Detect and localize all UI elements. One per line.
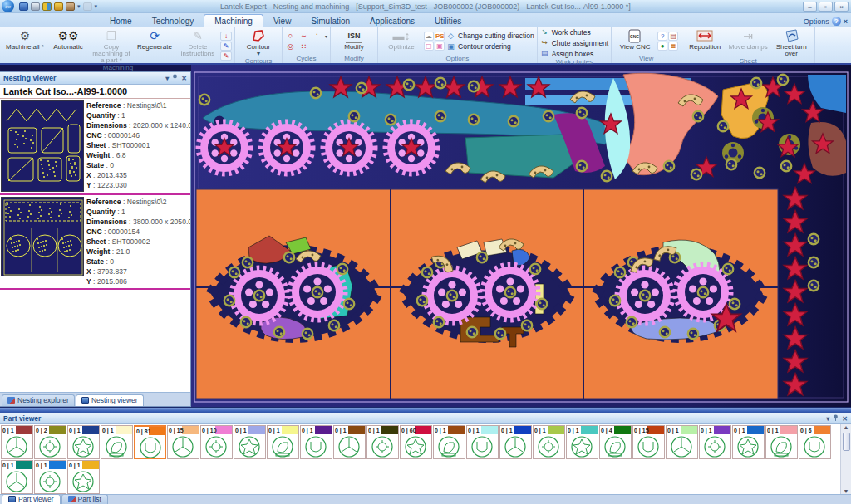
- reposition-button[interactable]: Reposition: [684, 27, 726, 57]
- red-pen-icon[interactable]: ✎: [220, 51, 232, 61]
- table-icon[interactable]: ▤: [668, 32, 678, 41]
- nesting-canvas[interactable]: [191, 65, 851, 407]
- automatic-button[interactable]: ⚙⚙ Automatic: [47, 27, 89, 64]
- part-tile[interactable]: 0 | 1: [699, 425, 731, 459]
- assign-boxes-button[interactable]: ▤ Assign boxes: [540, 49, 609, 58]
- tab-home[interactable]: Home: [100, 15, 142, 27]
- part-tile[interactable]: 0 | 1: [67, 460, 100, 494]
- pv-menu-icon[interactable]: ▾: [826, 415, 829, 423]
- part-tile[interactable]: 0 | 15: [167, 425, 199, 459]
- part-tile[interactable]: 0 | 1: [267, 425, 299, 459]
- minimize-button[interactable]: –: [803, 2, 817, 12]
- arrow-tool-icon[interactable]: ↓: [220, 32, 232, 41]
- cycle-points-icon[interactable]: ∴: [312, 32, 322, 41]
- horizontal-splitter[interactable]: [0, 407, 851, 413]
- cycle-path-icon[interactable]: ～: [298, 32, 309, 41]
- part-tile[interactable]: 0 | 1: [234, 425, 266, 459]
- part-tile[interactable]: 0 | 1: [1, 460, 33, 494]
- modify-button[interactable]: ISN Modify: [333, 27, 375, 55]
- ps-icon[interactable]: PS: [435, 32, 445, 41]
- list-icon[interactable]: ≣: [668, 42, 678, 51]
- panel-close-icon[interactable]: ✕: [181, 75, 187, 82]
- tab-technology[interactable]: Technology: [142, 15, 204, 27]
- part-tile[interactable]: 0 | 1: [333, 425, 366, 459]
- tab-applications[interactable]: Applications: [360, 15, 425, 27]
- part-tile[interactable]: 0 | 1: [533, 425, 565, 459]
- save-icon[interactable]: [19, 2, 28, 11]
- nesting-drawing[interactable]: [191, 65, 851, 407]
- tab-utilities[interactable]: Utilities: [425, 15, 471, 27]
- pin-icon[interactable]: [172, 74, 178, 82]
- change-cutting-direction-button[interactable]: ◇ Change cutting direction: [446, 32, 534, 41]
- machine-all-button[interactable]: ⚙ Machine all *: [4, 27, 46, 64]
- tab-part-viewer[interactable]: Part viewer: [2, 494, 61, 504]
- part-tile[interactable]: 0 | 1: [566, 425, 598, 459]
- part-viewer-scrollbar[interactable]: ▲ ▼: [840, 424, 851, 494]
- nesting-thumbnail[interactable]: [1, 197, 84, 276]
- cycle-oval-icon[interactable]: ○: [285, 32, 296, 41]
- nesting-entry[interactable]: Reference : Nestings\0\1Quantity : 1Dime…: [0, 99, 190, 193]
- qat-customize-icon[interactable]: ▾: [95, 3, 98, 10]
- group-modify: ISN Modify Modify: [331, 27, 378, 63]
- scroll-up-icon[interactable]: ▲: [844, 424, 849, 430]
- part-tile[interactable]: 0 | 10: [200, 425, 233, 459]
- build-icon[interactable]: [54, 2, 63, 11]
- part-tile[interactable]: 0 | 15: [632, 425, 665, 459]
- pv-pin-icon[interactable]: [833, 414, 839, 423]
- contour-button[interactable]: Contour▾: [238, 27, 279, 57]
- blue-pen-icon[interactable]: ✎: [220, 42, 232, 51]
- panel-menu-icon[interactable]: ▾: [165, 75, 169, 82]
- tab-part-list[interactable]: Part list: [61, 494, 108, 504]
- tab-nesting-explorer[interactable]: Nesting explorer: [2, 394, 75, 406]
- part-tile[interactable]: 0 | 1: [666, 425, 698, 459]
- part-tile[interactable]: 0 | 81: [134, 425, 166, 459]
- part-tile[interactable]: 0 | 1: [300, 425, 332, 459]
- app-logo-icon[interactable]: ex: [2, 0, 14, 12]
- scroll-thumb[interactable]: [843, 433, 850, 451]
- scroll-down-icon[interactable]: ▼: [844, 488, 849, 494]
- paste-icon[interactable]: [66, 2, 75, 11]
- part-tile[interactable]: 0 | 1: [1, 425, 33, 459]
- part-tile[interactable]: 0 | 60: [400, 425, 432, 459]
- contour-ordering-button[interactable]: ▣ Contour ordering: [446, 42, 534, 51]
- tab-machining[interactable]: Machining: [204, 14, 263, 27]
- part-tile[interactable]: 0 | 1: [101, 425, 133, 459]
- chute-assignment-button[interactable]: ↪ Chute assignment: [540, 38, 609, 47]
- tab-nesting-viewer[interactable]: Nesting viewer: [76, 394, 144, 406]
- pink-square-icon[interactable]: ▢: [424, 42, 434, 51]
- part-tile[interactable]: 0 | 1: [34, 460, 66, 494]
- nesting-entry-selected[interactable]: Reference : Nestings\0\2Quantity : 1Dime…: [0, 193, 190, 290]
- pv-close-icon[interactable]: ✕: [842, 415, 848, 423]
- help-icon[interactable]: ?: [832, 17, 841, 26]
- cloud-icon[interactable]: ☁: [424, 32, 434, 41]
- part-tile[interactable]: 0 | 1: [466, 425, 499, 459]
- part-tile[interactable]: 0 | 1: [499, 425, 532, 459]
- globe-icon[interactable]: ●: [657, 42, 667, 51]
- pink-square2-icon[interactable]: ▣: [435, 42, 445, 51]
- tab-simulation[interactable]: Simulation: [301, 15, 360, 27]
- print-icon[interactable]: [31, 2, 40, 11]
- options-menu[interactable]: Options: [804, 17, 829, 26]
- doc-help-icon[interactable]: ?: [657, 32, 667, 41]
- part-tile[interactable]: 0 | 1: [67, 425, 100, 459]
- ribbon-close-icon[interactable]: ×: [844, 17, 848, 26]
- part-tile[interactable]: 0 | 2: [34, 425, 66, 459]
- part-tile[interactable]: 0 | 6: [799, 425, 831, 459]
- work-chutes-button[interactable]: ↘ Work chutes: [540, 27, 609, 37]
- close-button[interactable]: ×: [834, 2, 849, 12]
- cycle-grid-icon[interactable]: ∷: [298, 42, 309, 51]
- part-tile[interactable]: 0 | 4: [599, 425, 632, 459]
- part-tile[interactable]: 0 | 1: [433, 425, 465, 459]
- tab-view[interactable]: View: [263, 15, 302, 27]
- chart-icon[interactable]: [42, 2, 52, 11]
- view-cnc-button[interactable]: CNC View CNC: [614, 27, 656, 55]
- maximize-button[interactable]: ▫: [819, 2, 833, 12]
- part-tile[interactable]: 0 | 1: [732, 425, 765, 459]
- paste-caret-icon[interactable]: ▾: [77, 3, 81, 10]
- part-tile[interactable]: 0 | 1: [366, 425, 399, 459]
- nesting-thumbnail[interactable]: [1, 100, 84, 192]
- cycle-ring-icon[interactable]: ◎: [285, 42, 296, 51]
- regenerate-button[interactable]: ⟳ Regenerate: [134, 27, 175, 64]
- sheet-turn-over-button[interactable]: Sheet turn over: [770, 27, 812, 57]
- part-tile[interactable]: 0 | 1: [765, 425, 798, 459]
